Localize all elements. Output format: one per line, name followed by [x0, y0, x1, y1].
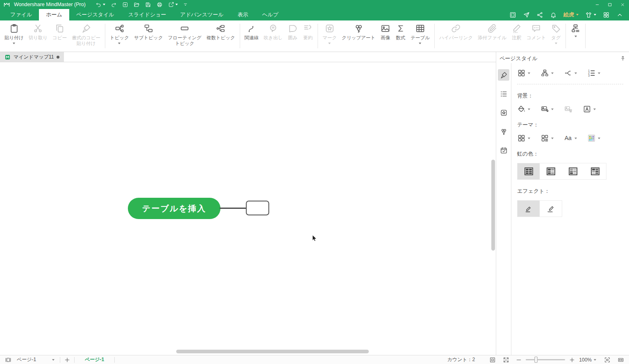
personalize-button[interactable]: [585, 11, 596, 18]
rainbow-style-1-button[interactable]: [518, 163, 540, 179]
themelist-icon: [540, 134, 549, 142]
mark-icon: [500, 109, 508, 117]
zoom-level[interactable]: 100%: [579, 357, 596, 363]
send-icon[interactable]: [523, 11, 530, 18]
outline-button[interactable]: [498, 88, 509, 99]
zoom-slider[interactable]: [526, 359, 565, 360]
new-document-button[interactable]: [122, 2, 128, 8]
bell-icon[interactable]: [550, 11, 557, 18]
mindmap-canvas[interactable]: テーブルを挿入: [0, 62, 496, 355]
svg-text:3: 3: [588, 74, 590, 77]
menu-tab-1[interactable]: ホーム: [39, 9, 69, 20]
subtopic-node[interactable]: [246, 201, 269, 215]
menu-tab-4[interactable]: アドバンスツール: [173, 9, 230, 20]
format-painter-button[interactable]: 書式のコピー 貼り付け: [69, 20, 103, 47]
menu-tab-0[interactable]: ファイル: [3, 9, 39, 20]
print-button[interactable]: [157, 2, 163, 8]
image-button[interactable]: 画像: [378, 20, 393, 41]
fullscreen-icon[interactable]: [503, 357, 509, 363]
mark-panel-button[interactable]: [498, 107, 509, 118]
fill-color-button[interactable]: [517, 105, 530, 113]
collapse-ribbon-button[interactable]: [616, 11, 623, 18]
undo-button[interactable]: [95, 2, 105, 8]
customize-quick-access-button[interactable]: [183, 2, 188, 7]
copy-button[interactable]: コピー: [50, 20, 69, 41]
watermark-button[interactable]: [583, 105, 596, 113]
table-button[interactable]: テーブル: [408, 20, 432, 44]
theme-layout-button[interactable]: [540, 134, 554, 142]
numbering-button[interactable]: 123: [587, 69, 600, 77]
layout-button[interactable]: [568, 20, 583, 37]
pin-icon[interactable]: [620, 56, 626, 61]
background-image-button[interactable]: [540, 105, 554, 113]
add-page-button[interactable]: [64, 357, 70, 363]
open-button[interactable]: [134, 2, 140, 8]
menu-tab-3[interactable]: スライドショー: [121, 9, 173, 20]
menu-tab-2[interactable]: ページスタイル: [69, 9, 121, 20]
structure-button[interactable]: [540, 69, 554, 77]
fullscreen-icon[interactable]: [509, 11, 516, 18]
zoom-slider-handle[interactable]: [534, 357, 538, 363]
comment-button[interactable]: コメント: [524, 20, 548, 41]
zoom-in-button[interactable]: [569, 357, 575, 363]
hyperlink-button[interactable]: ハイパーリンク: [437, 20, 475, 41]
theme-font-button[interactable]: Aa: [564, 134, 577, 142]
list-icon: [500, 90, 508, 98]
layout-style-button[interactable]: [517, 69, 530, 77]
attachment-button[interactable]: 添付ファイル: [475, 20, 509, 41]
multi-topic-button[interactable]: 複数トピック: [204, 20, 238, 41]
clipart-button[interactable]: クリップアート: [339, 20, 378, 41]
theme-color-button[interactable]: [587, 134, 600, 142]
page-tab[interactable]: ページ-1: [78, 356, 111, 363]
maximize-button[interactable]: [604, 0, 616, 9]
menu-tab-5[interactable]: 表示: [231, 9, 255, 20]
cut-button[interactable]: 切り取り: [26, 20, 50, 41]
redo-icon: [111, 2, 117, 8]
fit-to-screen-icon[interactable]: [604, 357, 611, 363]
tag-icon: [551, 23, 561, 34]
fit-width-icon[interactable]: [618, 357, 624, 363]
user-account-button[interactable]: 絵虎: [563, 11, 579, 18]
horizontal-scrollbar[interactable]: [176, 350, 369, 353]
callout-button[interactable]: 吹き出し: [261, 20, 285, 41]
theme-button[interactable]: [517, 134, 530, 142]
share-icon[interactable]: [536, 11, 543, 18]
page-format-button[interactable]: [498, 69, 509, 81]
clipart-panel-button[interactable]: [498, 126, 509, 137]
formula-icon: [395, 23, 406, 34]
central-topic-node[interactable]: テーブルを挿入: [128, 198, 220, 219]
export-button[interactable]: [168, 2, 178, 8]
redo-button[interactable]: [111, 2, 117, 8]
remove-background-image-button[interactable]: [564, 105, 572, 113]
boundary-button[interactable]: 囲み: [285, 20, 300, 41]
vertical-scrollbar[interactable]: [491, 160, 495, 251]
save-button[interactable]: [145, 2, 151, 8]
note-button[interactable]: 注釈: [509, 20, 524, 41]
close-button[interactable]: [616, 0, 629, 9]
mark-button[interactable]: マーク: [320, 20, 339, 44]
relationship-button[interactable]: 関連線: [242, 20, 261, 41]
menu-tab-6[interactable]: ヘルプ: [255, 9, 286, 20]
zoom-out-button[interactable]: [515, 357, 522, 363]
summary-button[interactable]: 要約: [300, 20, 316, 41]
rainbow-style-3-button[interactable]: [562, 163, 584, 179]
page-selector[interactable]: ページ-1: [15, 356, 56, 363]
branch-style-button[interactable]: [564, 69, 577, 77]
dropdown-caret-icon: [575, 138, 577, 139]
fit-map-icon[interactable]: [489, 357, 496, 363]
document-tab[interactable]: マインドマップ11: [0, 52, 64, 62]
paste-button[interactable]: 貼り付け: [2, 20, 26, 44]
topic-button[interactable]: トピック: [107, 20, 132, 44]
hand-drawn-on-button[interactable]: [540, 201, 562, 217]
page-panel-icon[interactable]: [5, 357, 11, 363]
minimize-button[interactable]: [591, 0, 604, 9]
tag-button[interactable]: タグ: [548, 20, 563, 44]
hand-drawn-off-button[interactable]: [518, 201, 540, 217]
rainbow-style-2-button[interactable]: [540, 163, 562, 179]
apps-grid-button[interactable]: [603, 11, 610, 18]
floating-topic-button[interactable]: フローティング トピック: [166, 20, 204, 47]
rainbow-style-4-button[interactable]: [584, 163, 606, 179]
task-panel-button[interactable]: [498, 145, 509, 156]
subtopic-button[interactable]: サブトピック: [132, 20, 166, 41]
formula-button[interactable]: 数式: [393, 20, 408, 41]
